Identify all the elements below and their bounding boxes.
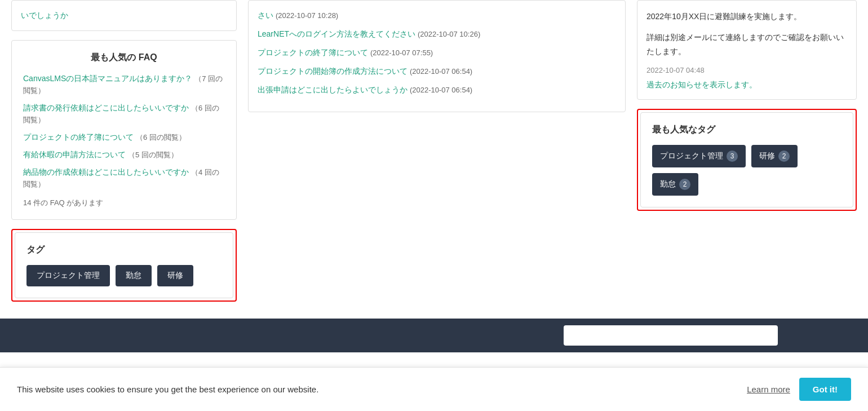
faq-link-2[interactable]: 請求書の発行依頼はどこに出したらいいですか （6 回の閲覧） (23, 102, 225, 126)
pop-tag-button-project[interactable]: プロジェクト管理 3 (652, 145, 746, 167)
news-link-2[interactable]: LearNETへのログイン方法を教えてください (2022-10-07 10:2… (258, 28, 616, 40)
announce-card: 2022年10月XX日に避難訓練を実施します。 詳細は別途メールにて連絡しますの… (637, 0, 857, 100)
news-date-2: (2022-10-07 10:26) (418, 30, 480, 38)
pop-tag-button-kintai[interactable]: 勤怠 2 (652, 173, 698, 196)
cookie-learn-more-link[interactable]: Learn more (747, 385, 790, 394)
tag-button-project[interactable]: プロジェクト管理 (26, 265, 110, 286)
top-card-text: いでしょうか (21, 11, 68, 20)
pop-tags-card: 最も人気なタグ プロジェクト管理 3 研修 2 勤怠 2 (640, 112, 853, 207)
tag-badge-project: 3 (727, 151, 738, 162)
faq-count-4: （5 回の閲覧） (128, 151, 178, 159)
page-wrapper: いでしょうか 最も人気の FAQ CanvasLMSの日本語マニュアルはあります… (0, 0, 868, 411)
left-column: いでしょうか 最も人気の FAQ CanvasLMSの日本語マニュアルはあります… (11, 0, 237, 302)
pop-tags-buttons: プロジェクト管理 3 研修 2 勤怠 2 (652, 145, 842, 196)
news-item-3: プロジェクトの終了簿について (2022-10-07 07:55) (258, 47, 616, 59)
news-date-3: (2022-10-07 07:55) (370, 48, 433, 57)
cookie-banner: This website uses cookies to ensure you … (0, 367, 868, 411)
faq-link-4[interactable]: 有給休暇の申請方法について （5 回の閲覧） (23, 149, 225, 161)
news-card: さい (2022-10-07 10:28) LearNETへのログイン方法を教え… (248, 0, 626, 112)
cookie-text: This website uses cookies to ensure you … (17, 385, 738, 394)
tag-buttons: プロジェクト管理 勤怠 研修 (26, 265, 222, 286)
announce-text-2: 詳細は別途メールにて連絡しますのでご確認をお願いいたします。 (646, 30, 847, 59)
tag-section-highlighted: タグ プロジェクト管理 勤怠 研修 (11, 229, 237, 302)
faq-link-5[interactable]: 納品物の作成依頼はどこに出したらいいですか （4 回の閲覧） (23, 166, 225, 190)
main-content: いでしょうか 最も人気の FAQ CanvasLMSの日本語マニュアルはあります… (0, 0, 868, 302)
announce-link[interactable]: 過去のお知らせを表示します。 (646, 80, 757, 89)
faq-total: 14 件の FAQ があります (23, 198, 225, 208)
tag-badge-kenshu: 2 (778, 151, 790, 162)
faq-title: 最も人気の FAQ (23, 52, 225, 64)
tag-section: タグ プロジェクト管理 勤怠 研修 (15, 232, 233, 298)
tag-badge-kintai: 2 (679, 179, 690, 190)
faq-link-3[interactable]: プロジェクトの終了簿について （6 回の閲覧） (23, 131, 225, 143)
pop-tags-title: 最も人気なタグ (652, 124, 842, 136)
news-item-1: さい (2022-10-07 10:28) (258, 10, 616, 21)
news-item-5: 出張申請はどこに出したらよいでしょうか (2022-10-07 06:54) (258, 84, 616, 96)
announce-text-1: 2022年10月XX日に避難訓練を実施します。 (646, 10, 847, 24)
footer-bar (0, 319, 868, 352)
tag-section-title: タグ (26, 244, 222, 256)
top-card: いでしょうか (11, 0, 237, 31)
news-date-1: (2022-10-07 10:28) (276, 11, 338, 20)
news-item-4: プロジェクトの開始簿の作成方法について (2022-10-07 06:54) (258, 65, 616, 77)
faq-card: 最も人気の FAQ CanvasLMSの日本語マニュアルはありますか？ （7 回… (11, 40, 237, 220)
news-link-1[interactable]: さい (2022-10-07 10:28) (258, 10, 616, 21)
news-date-5: (2022-10-07 06:54) (410, 86, 472, 94)
faq-count-3: （6 回の閲覧） (136, 133, 186, 142)
pop-tags-highlighted: 最も人気なタグ プロジェクト管理 3 研修 2 勤怠 2 (637, 109, 857, 211)
tag-button-kenshu[interactable]: 研修 (157, 265, 193, 286)
footer-search-input[interactable] (564, 325, 778, 346)
mid-column: さい (2022-10-07 10:28) LearNETへのログイン方法を教え… (248, 0, 626, 302)
pop-tag-button-kenshu[interactable]: 研修 2 (751, 145, 798, 167)
cookie-got-it-button[interactable]: Got it! (799, 378, 851, 401)
faq-link-1[interactable]: CanvasLMSの日本語マニュアルはありますか？ （7 回の閲覧） (23, 73, 225, 96)
news-date-4: (2022-10-07 06:54) (410, 67, 472, 76)
news-link-5[interactable]: 出張申請はどこに出したらよいでしょうか (2022-10-07 06:54) (258, 84, 616, 96)
news-link-4[interactable]: プロジェクトの開始簿の作成方法について (2022-10-07 06:54) (258, 65, 616, 77)
right-column: 2022年10月XX日に避難訓練を実施します。 詳細は別途メールにて連絡しますの… (637, 0, 857, 302)
news-item-2: LearNETへのログイン方法を教えてください (2022-10-07 10:2… (258, 28, 616, 40)
announce-date: 2022-10-07 04:48 (646, 66, 847, 74)
news-link-3[interactable]: プロジェクトの終了簿について (2022-10-07 07:55) (258, 47, 616, 59)
tag-button-kintai[interactable]: 勤怠 (116, 265, 152, 286)
